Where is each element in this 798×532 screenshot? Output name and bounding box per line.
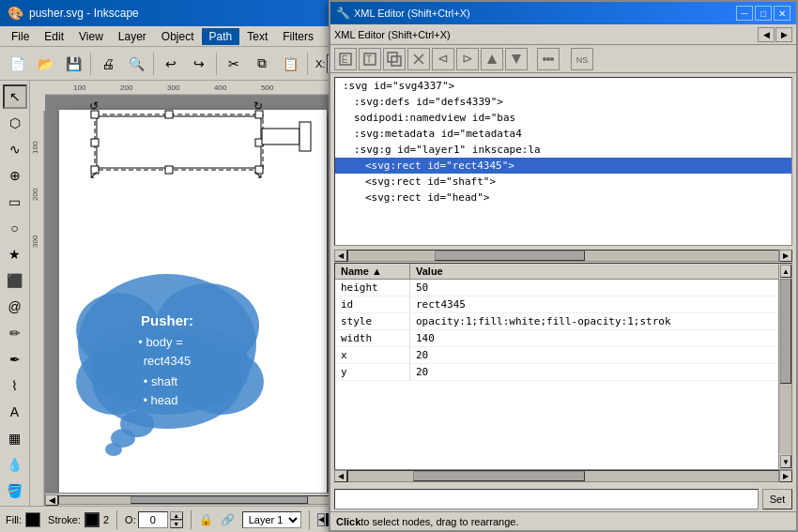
menu-layer[interactable]: Layer: [111, 28, 154, 45]
handle-tm[interactable]: [165, 111, 173, 118]
xml-set-button[interactable]: Set: [762, 489, 792, 509]
xml-tree-hscroll[interactable]: ◀ ▶: [334, 250, 792, 263]
toolbar-open[interactable]: 📂: [32, 51, 58, 77]
menu-view[interactable]: View: [71, 28, 111, 45]
attr-row-height[interactable]: height 50: [335, 280, 778, 296]
tree-item-defs[interactable]: :svg:defs id="defs4339">: [335, 94, 791, 110]
attr-row-style[interactable]: style opacity:1;fill:white;fill-opacity:…: [335, 313, 778, 330]
attr-row-x[interactable]: x 20: [335, 347, 778, 364]
menu-filters[interactable]: Filters: [275, 28, 321, 45]
xml-more-btn[interactable]: [537, 48, 560, 70]
menu-path[interactable]: Path: [202, 28, 240, 45]
attr-scroll-track[interactable]: [779, 279, 791, 454]
tree-scroll-left[interactable]: ◀: [334, 250, 347, 262]
tree-scroll-track[interactable]: [347, 250, 779, 262]
attr-scroll-thumb[interactable]: [780, 279, 791, 384]
pen-tool-btn[interactable]: ✒: [3, 347, 27, 372]
3dbox-tool-btn[interactable]: ⬛: [3, 268, 27, 293]
toolbar-print[interactable]: 🖨: [95, 51, 121, 77]
attr-scroll-left[interactable]: ◀: [334, 470, 347, 482]
calligraphy-tool-btn[interactable]: ⌇: [3, 373, 27, 398]
pencil-tool-btn[interactable]: ✏: [3, 321, 27, 345]
shaft-rect[interactable]: [262, 129, 299, 144]
spiral-tool-btn[interactable]: @: [3, 295, 27, 319]
xml-attr-input[interactable]: [334, 489, 759, 509]
tree-item-metadata[interactable]: :svg:metadata id="metadata4: [335, 126, 791, 142]
opacity-input[interactable]: [138, 511, 168, 528]
menu-edit[interactable]: Edit: [37, 28, 71, 45]
tree-item-rect4345[interactable]: <svg:rect id="rect4345">: [335, 158, 791, 174]
h-scrollbar-thumb[interactable]: [130, 496, 308, 504]
menu-object[interactable]: Object: [154, 28, 202, 45]
attr-hscroll-track[interactable]: [347, 470, 779, 482]
xml-new-element-btn[interactable]: E: [334, 48, 357, 70]
opacity-down-btn[interactable]: ▼: [170, 520, 183, 528]
xml-close-btn[interactable]: ✕: [774, 6, 790, 21]
tree-item-head[interactable]: <svg:rect id="head">: [335, 190, 791, 205]
fill-color-swatch[interactable]: [25, 512, 40, 527]
attr-hscroll-thumb[interactable]: [413, 471, 585, 481]
opacity-up-btn[interactable]: ▲: [170, 511, 183, 520]
handle-ml[interactable]: [91, 139, 99, 146]
layer-select[interactable]: Layer 1: [242, 511, 301, 528]
xml-inner-buttons[interactable]: ◀ ▶: [758, 27, 792, 42]
tree-item-svg-root[interactable]: :svg id="svg4337">: [335, 78, 791, 94]
menu-text[interactable]: Text: [239, 28, 275, 45]
tree-scroll-thumb[interactable]: [435, 251, 585, 261]
xml-indent-btn[interactable]: ⊳: [456, 48, 479, 70]
arrow-tool-btn[interactable]: ↖: [3, 84, 27, 109]
xml-nav-next[interactable]: ▶: [775, 27, 792, 42]
scroll-left-btn[interactable]: ◀: [45, 494, 58, 506]
palette-scroll-left[interactable]: ◀: [317, 513, 325, 526]
tree-scroll-right[interactable]: ▶: [779, 250, 792, 262]
xml-delete-btn[interactable]: [407, 48, 430, 70]
toolbar-undo[interactable]: ↩: [158, 51, 184, 77]
toolbar-redo[interactable]: ↪: [186, 51, 212, 77]
xml-ns-btn[interactable]: NS: [571, 48, 593, 70]
menu-file[interactable]: File: [4, 28, 37, 45]
xml-nav-prev[interactable]: ◀: [758, 27, 775, 42]
toolbar-cut[interactable]: ✂: [221, 51, 247, 77]
attr-scroll-down[interactable]: ▼: [780, 455, 791, 468]
attr-row-width[interactable]: width 140: [335, 330, 778, 347]
eyedropper-tool-btn[interactable]: 💧: [3, 452, 27, 477]
xml-minimize-btn[interactable]: ─: [736, 6, 753, 21]
toolbar-zoom-fit[interactable]: 🔍: [123, 51, 149, 77]
toolbar-paste[interactable]: 📋: [277, 51, 303, 77]
tree-item-layer[interactable]: :svg:g id="layer1" inkscape:la: [335, 142, 791, 158]
toolbar-new[interactable]: 📄: [4, 51, 30, 77]
gradient-tool-btn[interactable]: ▦: [3, 426, 27, 450]
rect4345[interactable]: [97, 116, 261, 168]
attr-hscroll[interactable]: ◀ ▶: [334, 470, 792, 483]
xml-editor-controls[interactable]: ─ □ ✕: [736, 6, 790, 21]
attr-scroll-up[interactable]: ▲: [780, 265, 791, 278]
head-rect[interactable]: [299, 122, 311, 151]
node-tool-btn[interactable]: ⬡: [3, 111, 27, 135]
xml-unindent-btn[interactable]: ⊲: [432, 48, 454, 70]
xml-duplicate-btn[interactable]: [383, 48, 406, 70]
xml-tree[interactable]: :svg id="svg4337"> :svg:defs id="defs433…: [334, 77, 792, 246]
attr-scroll-right-btn[interactable]: ▶: [779, 470, 792, 482]
zoom-tool-btn[interactable]: ⊕: [3, 163, 27, 188]
xml-move-up-btn[interactable]: [481, 48, 503, 70]
paint-bucket-tool-btn[interactable]: 🪣: [3, 479, 27, 503]
text-tool-btn[interactable]: A: [3, 400, 27, 424]
rect-tool-btn[interactable]: ▭: [3, 190, 27, 214]
attr-row-y[interactable]: y 20: [335, 364, 778, 381]
app-icon: 🎨: [8, 6, 23, 21]
attr-vscroll[interactable]: ▲ ▼: [778, 264, 791, 469]
xml-move-down-btn[interactable]: [505, 48, 528, 70]
star-tool-btn[interactable]: ★: [3, 242, 27, 266]
tweak-tool-btn[interactable]: ∿: [3, 137, 27, 161]
xml-new-text-btn[interactable]: T: [359, 48, 381, 70]
toolbar-copy[interactable]: ⧉: [249, 51, 275, 77]
xml-maximize-btn[interactable]: □: [755, 6, 772, 21]
tree-item-namedview[interactable]: sodipodi:namedview id="bas: [335, 110, 791, 126]
stroke-color-swatch[interactable]: [84, 512, 100, 527]
attr-row-id[interactable]: id rect4345: [335, 296, 778, 313]
tree-item-shaft[interactable]: <svg:rect id="shaft">: [335, 174, 791, 190]
circle-tool-btn[interactable]: ○: [3, 216, 27, 240]
xml-editor-title: XML Editor (Shift+Ctrl+X): [354, 8, 470, 19]
handle-bm[interactable]: [165, 166, 173, 174]
toolbar-save[interactable]: 💾: [60, 51, 86, 77]
